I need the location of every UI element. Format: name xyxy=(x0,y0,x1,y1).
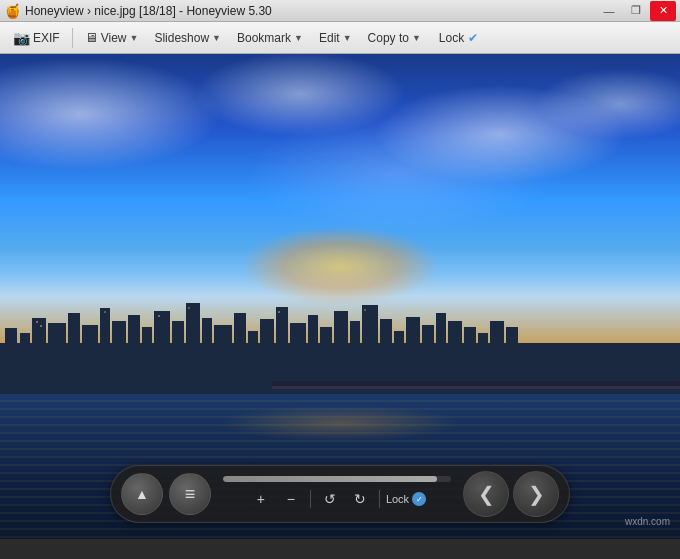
prev-button[interactable]: ❮ xyxy=(463,471,509,517)
app-icon: 🍯 xyxy=(4,3,20,19)
svg-rect-6 xyxy=(82,325,98,363)
copy-to-label: Copy to xyxy=(368,31,409,45)
svg-rect-29 xyxy=(422,325,434,363)
edit-label: Edit xyxy=(319,31,340,45)
svg-rect-39 xyxy=(158,315,160,317)
view-chevron-icon: ▼ xyxy=(129,33,138,43)
next-button[interactable]: ❯ xyxy=(513,471,559,517)
svg-rect-21 xyxy=(308,315,318,363)
svg-rect-24 xyxy=(350,321,360,363)
svg-rect-12 xyxy=(172,321,184,363)
menu-icon: ≡ xyxy=(185,484,196,505)
edit-button[interactable]: Edit ▼ xyxy=(312,28,359,48)
prev-icon: ❮ xyxy=(478,482,495,506)
mini-controls: + − ↺ ↻ Lock ✓ xyxy=(219,486,455,512)
bookmark-label: Bookmark xyxy=(237,31,291,45)
svg-rect-7 xyxy=(100,308,110,363)
svg-rect-11 xyxy=(154,311,170,363)
zoom-out-icon: − xyxy=(287,491,295,507)
svg-rect-17 xyxy=(248,331,258,363)
bookmark-chevron-icon: ▼ xyxy=(294,33,303,43)
svg-rect-27 xyxy=(394,331,404,363)
svg-rect-8 xyxy=(112,321,126,363)
svg-rect-38 xyxy=(104,311,106,313)
lock-button[interactable]: Lock ✔ xyxy=(432,28,485,48)
svg-rect-36 xyxy=(36,321,38,323)
svg-rect-31 xyxy=(448,321,462,363)
svg-rect-16 xyxy=(234,313,246,363)
zoom-in-icon: + xyxy=(257,491,265,507)
camera-icon: 📷 xyxy=(13,30,30,46)
edit-chevron-icon: ▼ xyxy=(343,33,352,43)
watermark: wxdn.com xyxy=(625,516,670,527)
svg-rect-3 xyxy=(32,318,46,363)
progress-bar-fill xyxy=(223,476,437,482)
svg-rect-35 xyxy=(506,327,518,363)
svg-rect-5 xyxy=(68,313,80,363)
svg-rect-32 xyxy=(464,327,476,363)
toolbar: 📷 EXIF 🖥 View ▼ Slideshow ▼ Bookmark ▼ E… xyxy=(0,22,680,54)
svg-rect-4 xyxy=(48,323,66,363)
eject-button[interactable]: ▲ xyxy=(121,473,163,515)
minimize-button[interactable]: — xyxy=(596,1,622,21)
svg-rect-34 xyxy=(490,321,504,363)
menu-button[interactable]: ≡ xyxy=(169,473,211,515)
rotate-left-icon: ↺ xyxy=(324,491,336,507)
svg-rect-22 xyxy=(320,327,332,363)
next-icon: ❯ xyxy=(528,482,545,506)
svg-rect-19 xyxy=(276,307,288,363)
rotate-left-button[interactable]: ↺ xyxy=(317,486,343,512)
svg-rect-26 xyxy=(380,319,392,363)
bridge xyxy=(272,381,680,389)
svg-rect-30 xyxy=(436,313,446,363)
zoom-out-button[interactable]: − xyxy=(278,486,304,512)
svg-rect-13 xyxy=(186,303,200,363)
rotate-right-button[interactable]: ↻ xyxy=(347,486,373,512)
title-left: 🍯 Honeyview › nice.jpg [18/18] - Honeyvi… xyxy=(4,3,272,19)
svg-rect-37 xyxy=(40,325,42,327)
svg-rect-28 xyxy=(406,317,420,363)
progress-bar-container[interactable] xyxy=(223,476,451,482)
svg-rect-20 xyxy=(290,323,306,363)
lock-mini-label: Lock xyxy=(386,493,409,505)
mini-sep-1 xyxy=(310,490,311,508)
lock-mini-check-icon: ✓ xyxy=(412,492,426,506)
copy-to-button[interactable]: Copy to ▼ xyxy=(361,28,428,48)
lock-label: Lock xyxy=(439,31,464,45)
svg-rect-25 xyxy=(362,305,378,363)
image-area: wxdn.com ▲ ≡ + − xyxy=(0,54,680,539)
monitor-icon: 🖥 xyxy=(85,30,98,45)
svg-rect-40 xyxy=(188,307,190,309)
svg-rect-33 xyxy=(478,333,488,363)
lock-check-icon: ✔ xyxy=(468,31,478,45)
view-label: View xyxy=(101,31,127,45)
control-bar: ▲ ≡ + − ↺ xyxy=(110,465,570,523)
slideshow-label: Slideshow xyxy=(154,31,209,45)
exif-button[interactable]: 📷 EXIF xyxy=(6,27,67,49)
svg-rect-42 xyxy=(364,309,366,311)
svg-rect-18 xyxy=(260,319,274,363)
slideshow-chevron-icon: ▼ xyxy=(212,33,221,43)
separator-1 xyxy=(72,28,73,48)
title-text: Honeyview › nice.jpg [18/18] - Honeyview… xyxy=(25,4,272,18)
restore-button[interactable]: ❐ xyxy=(623,1,649,21)
close-button[interactable]: ✕ xyxy=(650,1,676,21)
bookmark-button[interactable]: Bookmark ▼ xyxy=(230,28,310,48)
svg-rect-15 xyxy=(214,325,232,363)
rotate-right-icon: ↻ xyxy=(354,491,366,507)
exif-label: EXIF xyxy=(33,31,60,45)
eject-icon: ▲ xyxy=(135,486,149,502)
svg-rect-14 xyxy=(202,318,212,363)
title-bar: 🍯 Honeyview › nice.jpg [18/18] - Honeyvi… xyxy=(0,0,680,22)
title-controls: — ❐ ✕ xyxy=(596,1,676,21)
slideshow-button[interactable]: Slideshow ▼ xyxy=(147,28,228,48)
svg-rect-41 xyxy=(278,311,280,313)
svg-rect-23 xyxy=(334,311,348,363)
view-button[interactable]: 🖥 View ▼ xyxy=(78,27,146,48)
zoom-in-button[interactable]: + xyxy=(248,486,274,512)
lock-mini-button[interactable]: Lock ✓ xyxy=(386,492,426,506)
slider-section: + − ↺ ↻ Lock ✓ xyxy=(211,476,463,512)
svg-rect-9 xyxy=(128,315,140,363)
svg-rect-2 xyxy=(20,333,30,363)
mini-sep-2 xyxy=(379,490,380,508)
